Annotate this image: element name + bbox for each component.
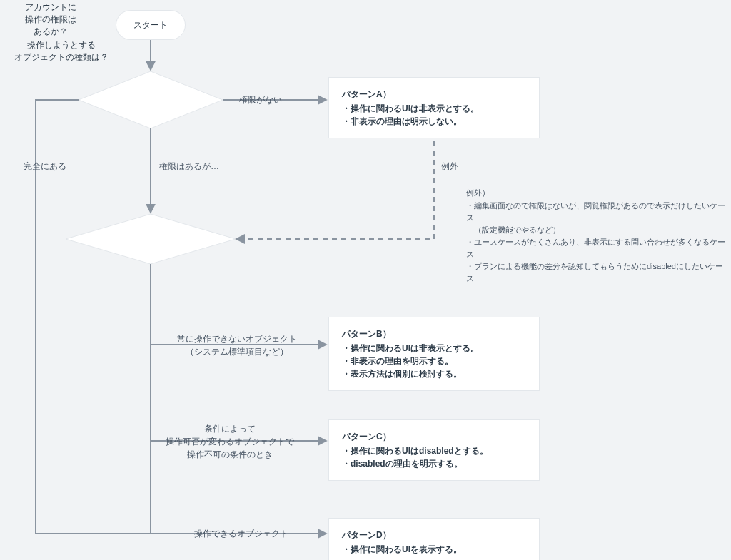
pattern-b-b1: ・操作に関わるUIは非表示とする。 — [342, 342, 526, 355]
pattern-b-b3: ・表示方法は個別に検討する。 — [342, 367, 526, 380]
pattern-a-title: パターンA） — [342, 88, 526, 101]
exception-title: 例外） — [466, 187, 730, 199]
pattern-c-b1: ・操作に関わるUIはdisabledとする。 — [342, 444, 526, 457]
pattern-b-title: パターンB） — [342, 327, 526, 340]
exception-l4: ・プランによる機能の差分を認知してもらうためにdisabledにしたいケース — [466, 260, 730, 285]
pattern-b-box: パターンB） ・操作に関わるUIは非表示とする。 ・非表示の理由を明示する。 ・… — [328, 317, 540, 391]
start-label: スタート — [133, 19, 168, 31]
edge-no-permission: 権限がない — [239, 93, 282, 106]
pattern-c-b2: ・disabledの理由を明示する。 — [342, 457, 526, 470]
edge-fully-has: 完全にある — [24, 160, 66, 173]
pattern-a-b1: ・操作に関わるUIは非表示とする。 — [342, 102, 526, 115]
edge-always-unop-l1: 常に操作できないオブジェクト — [177, 332, 297, 345]
edge-always-unop: 常に操作できないオブジェクト （システム標準項目など） — [177, 332, 297, 358]
pattern-d-box: パターンD） ・操作に関わるUIを表示する。 — [328, 518, 540, 560]
edge-exception: 例外 — [441, 160, 458, 173]
flowchart-canvas: スタート アカウントに 操作の権限は あるか？ 操作しようとする オブジェクトの… — [0, 0, 731, 560]
pattern-d-b1: ・操作に関わるUIを表示する。 — [342, 543, 526, 556]
exception-l1: ・編集画面なので権限はないが、閲覧権限があるので表示だけしたいケース — [466, 200, 730, 224]
pattern-a-box: パターンA） ・操作に関わるUIは非表示とする。 ・非表示の理由は明示しない。 — [328, 77, 540, 138]
svg-marker-0 — [79, 71, 223, 128]
start-node: スタート — [116, 11, 185, 39]
edge-conditional-l3: 操作不可の条件のとき — [166, 448, 294, 461]
svg-marker-1 — [66, 214, 236, 264]
edge-always-unop-l2: （システム標準項目など） — [177, 345, 297, 358]
pattern-c-box: パターンC） ・操作に関わるUIはdisabledとする。 ・disabledの… — [328, 419, 540, 481]
pattern-a-b2: ・非表示の理由は明示しない。 — [342, 115, 526, 128]
exception-l3: ・ユースケースがたくさんあり、非表示にする問い合わせが多くなるケース — [466, 236, 730, 260]
edge-conditional-l1: 条件によって — [166, 422, 294, 435]
pattern-c-title: パターンC） — [342, 430, 526, 443]
pattern-b-b2: ・非表示の理由を明示する。 — [342, 355, 526, 367]
edge-conditional: 条件によって 操作可否が変わるオブジェクトで 操作不可の条件のとき — [166, 422, 294, 461]
edge-has-permission-but: 権限はあるが… — [159, 160, 219, 173]
edge-operable: 操作できるオブジェクト — [194, 527, 288, 540]
edge-conditional-l2: 操作可否が変わるオブジェクトで — [166, 435, 294, 448]
exception-annotation: 例外） ・編集画面なので権限はないが、閲覧権限があるので表示だけしたいケース （… — [466, 187, 730, 285]
exception-l2: （設定機能でやるなど） — [466, 224, 730, 236]
pattern-d-title: パターンD） — [342, 529, 526, 541]
